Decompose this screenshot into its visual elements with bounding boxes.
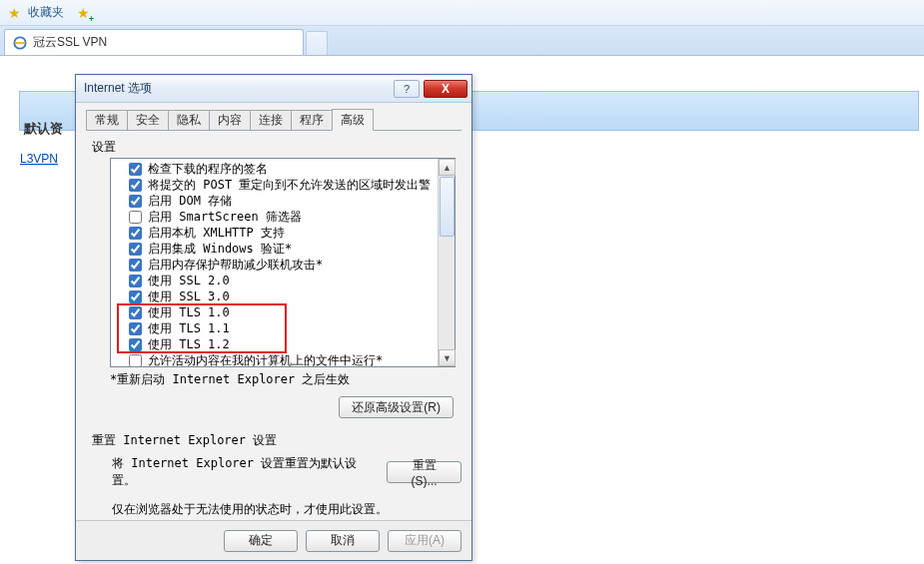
settings-item-label: 将提交的 POST 重定向到不允许发送的区域时发出警: [148, 177, 431, 194]
settings-row[interactable]: 使用 TLS 1.0: [113, 304, 438, 320]
settings-checkbox[interactable]: [129, 306, 142, 319]
settings-item-label: 启用本机 XMLHTTP 支持: [148, 225, 285, 242]
add-favorite-icon[interactable]: [74, 4, 92, 22]
settings-item-label: 使用 TLS 1.1: [148, 320, 230, 337]
settings-checkbox[interactable]: [129, 243, 142, 256]
settings-checkbox[interactable]: [129, 179, 142, 192]
restart-note: *重新启动 Internet Explorer 之后生效: [110, 371, 462, 388]
settings-row[interactable]: 启用 SmartScreen 筛选器: [113, 209, 438, 225]
favorites-star-icon[interactable]: ★: [6, 5, 22, 21]
settings-row[interactable]: 启用内存保护帮助减少联机攻击*: [113, 257, 438, 273]
settings-checkbox[interactable]: [129, 227, 142, 240]
scrollbar[interactable]: ▲ ▼: [438, 159, 455, 366]
restore-advanced-button[interactable]: 还原高级设置(R): [339, 396, 454, 418]
settings-item-label: 启用 SmartScreen 筛选器: [148, 209, 302, 226]
tab-advanced[interactable]: 高级: [332, 109, 374, 131]
apply-button[interactable]: 应用(A): [388, 530, 462, 552]
settings-row[interactable]: 检查下载的程序的签名: [113, 161, 438, 177]
settings-item-label: 使用 SSL 2.0: [148, 273, 230, 289]
settings-row[interactable]: 使用 SSL 2.0: [113, 273, 438, 288]
settings-checkbox[interactable]: [129, 290, 142, 303]
settings-item-label: 启用 DOM 存储: [148, 193, 232, 210]
settings-row[interactable]: 使用 TLS 1.1: [113, 320, 438, 336]
settings-row[interactable]: 使用 SSL 3.0: [113, 288, 438, 304]
settings-row[interactable]: 允许活动内容在我的计算机上的文件中运行*: [113, 352, 438, 366]
settings-row[interactable]: 启用 DOM 存储: [113, 193, 438, 209]
ie-icon: [13, 36, 27, 50]
settings-item-label: 检查下载的程序的签名: [148, 161, 268, 178]
settings-row[interactable]: 启用集成 Windows 验证*: [113, 241, 438, 257]
close-icon: X: [442, 82, 450, 96]
favorites-label[interactable]: 收藏夹: [28, 4, 64, 21]
tab-privacy[interactable]: 隐私: [168, 110, 210, 130]
browser-tab-title: 冠云SSL VPN: [33, 34, 107, 51]
settings-section-label: 设置: [92, 139, 462, 156]
settings-item-label: 允许活动内容在我的计算机上的文件中运行*: [148, 352, 383, 367]
reset-ie-desc: 将 Internet Explorer 设置重置为默认设置。: [112, 455, 375, 489]
tab-programs[interactable]: 程序: [291, 110, 333, 130]
tab-security[interactable]: 安全: [127, 110, 169, 130]
settings-list-inner[interactable]: 检查下载的程序的签名将提交的 POST 重定向到不允许发送的区域时发出警启用 D…: [111, 159, 438, 366]
scroll-thumb[interactable]: [440, 177, 455, 237]
favorites-bar: ★ 收藏夹: [0, 0, 924, 26]
settings-row[interactable]: 使用 TLS 1.2: [113, 336, 438, 352]
settings-checkbox[interactable]: [129, 338, 142, 351]
ok-button[interactable]: 确定: [224, 530, 298, 552]
tab-content[interactable]: 内容: [209, 110, 251, 130]
settings-checkbox[interactable]: [129, 259, 142, 272]
settings-item-label: 使用 TLS 1.0: [148, 304, 230, 321]
cancel-button[interactable]: 取消: [306, 530, 380, 552]
internet-options-dialog: Internet 选项 ? X 常规 安全 隐私 内容 连接 程序 高级 设置 …: [75, 74, 472, 561]
settings-checkbox[interactable]: [129, 195, 142, 208]
settings-checkbox[interactable]: [129, 163, 142, 176]
dialog-footer: 确定 取消 应用(A): [76, 520, 471, 560]
dialog-tabstrip: 常规 安全 隐私 内容 连接 程序 高级: [86, 109, 462, 131]
settings-row[interactable]: 将提交的 POST 重定向到不允许发送的区域时发出警: [113, 177, 438, 193]
tab-general[interactable]: 常规: [86, 110, 128, 130]
dialog-titlebar[interactable]: Internet 选项 ? X: [76, 75, 471, 103]
help-button[interactable]: ?: [394, 80, 420, 98]
reset-button[interactable]: 重置(S)...: [387, 461, 462, 483]
dialog-title: Internet 选项: [84, 80, 152, 97]
browser-tab-row: 冠云SSL VPN: [0, 26, 924, 56]
settings-checkbox[interactable]: [129, 275, 142, 287]
close-button[interactable]: X: [424, 80, 467, 98]
settings-row[interactable]: 启用本机 XMLHTTP 支持: [113, 225, 438, 241]
settings-item-label: 启用内存保护帮助减少联机攻击*: [148, 257, 323, 274]
settings-checkbox[interactable]: [129, 354, 142, 367]
help-icon: ?: [404, 83, 410, 95]
reset-note: 仅在浏览器处于无法使用的状态时，才使用此设置。: [112, 501, 462, 518]
scroll-up-icon[interactable]: ▲: [439, 159, 456, 176]
l3vpn-link[interactable]: L3VPN: [20, 152, 58, 166]
new-tab-button[interactable]: [306, 31, 328, 55]
tab-connections[interactable]: 连接: [250, 110, 292, 130]
settings-checkbox[interactable]: [129, 322, 142, 335]
reset-ie-header: 重置 Internet Explorer 设置: [92, 432, 462, 449]
page-content: 默认资 L3VPN Internet 选项 ? X 常规 安全 隐私 内容 连接…: [0, 56, 924, 564]
browser-tab-active[interactable]: 冠云SSL VPN: [4, 29, 304, 55]
settings-checkbox[interactable]: [129, 211, 142, 224]
default-resources-label: 默认资: [24, 120, 63, 138]
settings-item-label: 启用集成 Windows 验证*: [148, 241, 292, 258]
advanced-settings-listbox: 检查下载的程序的签名将提交的 POST 重定向到不允许发送的区域时发出警启用 D…: [110, 158, 456, 367]
settings-item-label: 使用 TLS 1.2: [148, 336, 230, 353]
settings-item-label: 使用 SSL 3.0: [148, 288, 230, 305]
scroll-down-icon[interactable]: ▼: [439, 349, 456, 366]
